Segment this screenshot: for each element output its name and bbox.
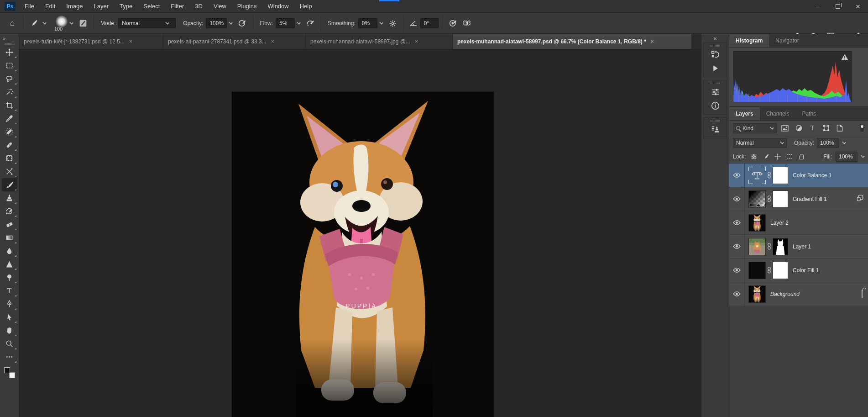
layer-row-background[interactable]: Background — [729, 282, 868, 306]
document-tab-2[interactable]: pexels-ali-pazani-2787341.psd @ 33.3... … — [163, 34, 306, 49]
layer-filtering-toggle[interactable] — [860, 124, 864, 132]
filter-type-layers-button[interactable]: T — [807, 123, 818, 133]
panel-grip[interactable] — [711, 120, 720, 121]
collapse-panels-chevron[interactable]: « — [713, 34, 716, 42]
crop-tool[interactable] — [2, 99, 17, 112]
patch-tool[interactable] — [2, 152, 17, 165]
layer-mask-thumbnail[interactable] — [773, 167, 788, 184]
chevron-down-icon[interactable] — [297, 21, 301, 25]
visibility-eye-icon[interactable] — [729, 211, 745, 235]
menu-filter[interactable]: Filter — [165, 0, 189, 13]
properties-panel-button[interactable] — [707, 85, 723, 99]
link-mask-icon[interactable] — [767, 172, 771, 179]
rectangular-marquee-tool[interactable] — [2, 59, 17, 72]
tab-channels[interactable]: Channels — [760, 107, 796, 120]
brush-angle-input[interactable]: 0° — [420, 18, 439, 28]
opacity-input[interactable]: 100% — [206, 18, 227, 28]
lock-artboard-nesting-button[interactable] — [785, 153, 794, 161]
menu-window[interactable]: Window — [262, 0, 294, 13]
layer-blend-mode-select[interactable]: Normal — [733, 138, 787, 148]
layer-thumbnail[interactable] — [748, 238, 766, 255]
layer-mask-thumbnail[interactable] — [773, 238, 788, 255]
document-tab-4-active[interactable]: pexels-muhannad-alatawi-58997.psd @ 66.7… — [453, 34, 692, 49]
color-fill-thumbnail[interactable] — [748, 262, 766, 279]
layer-fill-input[interactable]: 100% — [836, 152, 858, 162]
panel-grip[interactable] — [711, 45, 720, 47]
close-tab-icon[interactable]: × — [415, 38, 418, 45]
edit-toolbar-button[interactable] — [2, 350, 17, 364]
layer-row-color-fill-1[interactable]: Color Fill 1 — [729, 259, 868, 282]
visibility-eye-icon[interactable] — [729, 259, 745, 282]
brush-size-picker[interactable]: 100 — [49, 16, 68, 32]
clone-stamp-tool[interactable] — [2, 191, 17, 205]
eyedropper-tool[interactable] — [2, 112, 17, 125]
layer-thumbnail[interactable] — [748, 285, 766, 303]
layer-mask-thumbnail[interactable] — [773, 262, 788, 279]
spot-healing-brush-tool[interactable] — [2, 125, 17, 138]
expand-tools-chevron[interactable]: » — [3, 34, 5, 42]
layer-name[interactable]: Background — [770, 291, 800, 297]
tool-preset-button[interactable] — [27, 16, 41, 30]
blend-mode-select[interactable]: Normal — [118, 18, 176, 28]
flow-input[interactable]: 5% — [276, 18, 295, 28]
panel-grip[interactable] — [5, 43, 14, 45]
document-tab-3[interactable]: pexels-muhannad-alatawi-58997.jpg @... × — [306, 34, 453, 49]
home-button[interactable]: ⌂ — [5, 16, 19, 30]
info-panel-button[interactable] — [707, 99, 723, 112]
lasso-tool[interactable] — [2, 72, 17, 85]
menu-help[interactable]: Help — [294, 0, 318, 13]
tab-navigator[interactable]: Navigator — [769, 34, 805, 47]
layer-row-layer-1[interactable]: Layer 1 — [729, 235, 868, 259]
adjustment-layer-thumbnail[interactable] — [748, 167, 766, 184]
visibility-eye-icon[interactable] — [729, 164, 745, 187]
layer-name[interactable]: Layer 2 — [770, 220, 789, 226]
zoom-tool[interactable] — [2, 337, 17, 350]
visibility-eye-icon[interactable] — [729, 235, 745, 259]
lock-all-button[interactable] — [797, 153, 805, 161]
smoothing-options-button[interactable] — [386, 16, 400, 30]
filter-shape-layers-button[interactable] — [821, 123, 831, 133]
histogram-refresh-warning-icon[interactable] — [841, 54, 848, 62]
background-lock-icon[interactable] — [862, 290, 863, 298]
path-selection-tool[interactable] — [2, 311, 17, 324]
lock-image-pixels-button[interactable] — [762, 153, 770, 161]
visibility-eye-icon[interactable] — [729, 282, 745, 306]
airbrush-button[interactable] — [303, 16, 317, 30]
minimize-button[interactable]: – — [808, 0, 828, 13]
menu-select[interactable]: Select — [138, 0, 165, 13]
document-canvas[interactable]: PUPPIA — [232, 92, 494, 417]
healing-brush-tool[interactable] — [2, 138, 17, 152]
chevron-down-icon[interactable] — [379, 21, 383, 25]
menu-image[interactable]: Image — [61, 0, 88, 13]
close-button[interactable]: ✕ — [848, 0, 868, 13]
layer-name[interactable]: Layer 1 — [793, 243, 811, 250]
lock-transparent-pixels-button[interactable] — [750, 153, 758, 161]
toggle-brush-settings-button[interactable] — [76, 16, 90, 30]
close-tab-icon[interactable]: × — [271, 38, 274, 45]
hand-tool[interactable] — [2, 324, 17, 337]
brush-tool[interactable] — [2, 178, 17, 191]
link-mask-icon[interactable] — [767, 195, 771, 202]
menu-plugins[interactable]: Plugins — [232, 0, 262, 13]
dodge-tool[interactable] — [2, 271, 17, 284]
menu-layer[interactable]: Layer — [89, 0, 115, 13]
layer-name[interactable]: Gradient Fill 1 — [793, 196, 827, 202]
chevron-down-icon[interactable] — [42, 21, 47, 25]
close-tab-icon[interactable]: × — [129, 38, 132, 45]
maximize-button[interactable] — [828, 0, 848, 13]
chevron-down-icon[interactable] — [229, 21, 233, 25]
history-panel-button[interactable] — [707, 48, 723, 61]
menu-type[interactable]: Type — [114, 0, 138, 13]
filter-kind-select[interactable]: Kind — [733, 123, 777, 133]
menu-3d[interactable]: 3D — [189, 0, 208, 13]
blur-tool[interactable] — [2, 244, 17, 258]
gradient-tool[interactable] — [2, 231, 17, 244]
link-mask-icon[interactable] — [767, 243, 771, 250]
chevron-down-icon[interactable] — [861, 154, 865, 158]
pressure-opacity-button[interactable] — [235, 16, 249, 30]
color-swatches[interactable] — [4, 367, 15, 378]
lock-position-button[interactable] — [774, 153, 782, 161]
chevron-down-icon[interactable] — [842, 140, 846, 144]
panel-grip[interactable] — [711, 83, 720, 84]
sharpen-tool[interactable] — [2, 258, 17, 271]
